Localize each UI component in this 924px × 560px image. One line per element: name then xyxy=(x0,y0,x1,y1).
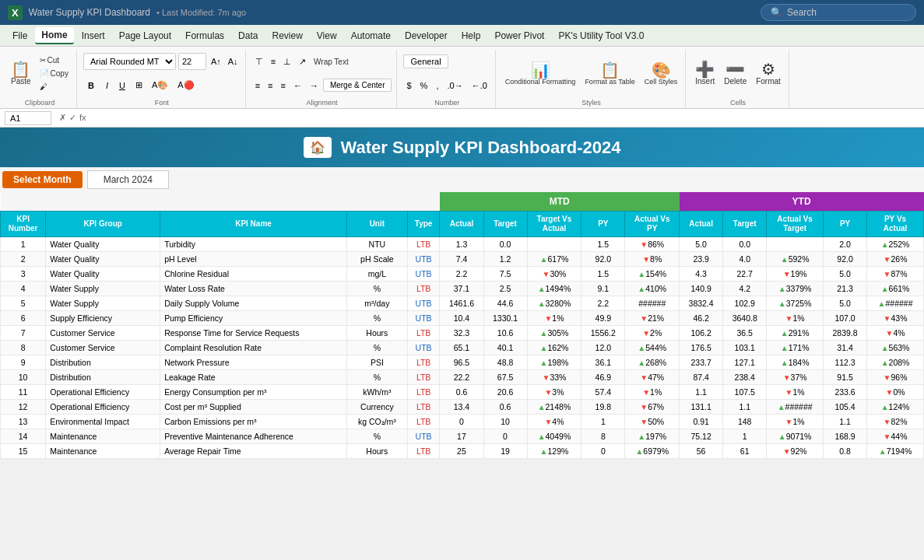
table-row: 12 Operational Efficiency Cost per m³ Su… xyxy=(1,400,924,415)
cell-kpi-name: Network Pressure xyxy=(160,355,347,370)
cell-kpi-number: 1 xyxy=(1,237,46,252)
col-kpi-number: KPINumber xyxy=(1,212,46,237)
cell-mtd-py: 19.8 xyxy=(581,400,625,415)
cell-ytd-py: 107.0 xyxy=(824,311,867,326)
currency-button[interactable]: $ xyxy=(403,79,414,92)
cell-mtd-actual: 7.4 xyxy=(440,252,483,267)
table-row: 3 Water Quality Chlorine Residual mg/L U… xyxy=(1,267,924,282)
menu-pk-utility[interactable]: PK's Utility Tool V3.0 xyxy=(552,28,650,44)
decrease-decimal-button[interactable]: ←.0 xyxy=(469,79,490,92)
cell-ytd-avst: ▼1% xyxy=(767,311,824,326)
menu-automate[interactable]: Automate xyxy=(345,28,397,44)
cell-kpi-number: 3 xyxy=(1,267,46,282)
align-top-button[interactable]: ⊤ xyxy=(252,55,266,68)
cancel-formula-button[interactable]: ✗ xyxy=(59,113,66,123)
comma-button[interactable]: , xyxy=(433,79,441,92)
menu-page-layout[interactable]: Page Layout xyxy=(113,28,177,44)
indent-increase-button[interactable]: → xyxy=(307,79,321,92)
wrap-text-button[interactable]: Wrap Text xyxy=(311,56,352,68)
font-name-selector[interactable]: Arial Rounded MT xyxy=(83,53,176,70)
cell-reference-input[interactable] xyxy=(5,111,51,125)
menu-developer[interactable]: Developer xyxy=(399,28,454,44)
italic-button[interactable]: I xyxy=(102,79,112,92)
insert-function-button[interactable]: fx xyxy=(79,113,86,123)
menu-formulas[interactable]: Formulas xyxy=(179,28,230,44)
align-middle-button[interactable]: ≡ xyxy=(268,55,279,68)
orientation-button[interactable]: ↗ xyxy=(296,55,309,68)
cell-mtd-tvsa: ▼1% xyxy=(527,311,581,326)
decrease-font-button[interactable]: A↓ xyxy=(226,56,241,67)
cell-ytd-actual: 131.1 xyxy=(680,400,723,415)
font-color-button[interactable]: A🔴 xyxy=(174,79,197,92)
menu-file[interactable]: File xyxy=(6,28,33,44)
menu-data[interactable]: Data xyxy=(232,28,264,44)
fill-color-button[interactable]: A🎨 xyxy=(149,79,171,92)
menu-review[interactable]: Review xyxy=(265,28,308,44)
arrow-up-icon: ▲ xyxy=(781,359,789,367)
menu-insert[interactable]: Insert xyxy=(76,28,111,44)
cell-ytd-py: 233.6 xyxy=(824,385,867,400)
menu-help[interactable]: Help xyxy=(455,28,487,44)
menu-power-pivot[interactable]: Power Pivot xyxy=(488,28,550,44)
cell-mtd-tvsa: ▼4% xyxy=(527,415,581,429)
underline-button[interactable]: U xyxy=(115,79,129,92)
arrow-down-icon: ▼ xyxy=(640,240,648,249)
percent-button[interactable]: % xyxy=(417,79,431,92)
cell-mtd-target: 40.1 xyxy=(483,341,527,355)
increase-decimal-button[interactable]: .0→ xyxy=(444,79,466,92)
cell-ytd-actual: 176.5 xyxy=(680,341,723,355)
cell-mtd-py: 36.1 xyxy=(581,355,625,370)
arrow-down-icon: ▼ xyxy=(640,418,648,426)
insert-button[interactable]: ➕ Insert xyxy=(692,54,718,94)
font-size-input[interactable] xyxy=(178,53,206,70)
home-icon[interactable]: 🏠 xyxy=(304,137,332,158)
arrow-up-icon: ▲ xyxy=(540,344,548,352)
delete-button[interactable]: ➖ Delete xyxy=(721,54,750,94)
col-mtd-target: Target xyxy=(483,212,527,237)
cell-ytd-actual: 106.2 xyxy=(680,326,723,341)
cell-mtd-target: 10.6 xyxy=(483,326,527,341)
cell-type: LTB xyxy=(407,237,440,252)
format-as-table-button[interactable]: 📋 Format as Table xyxy=(581,54,638,94)
cell-ytd-target: 148 xyxy=(723,415,767,429)
copy-button[interactable]: 📄 Copy xyxy=(37,68,72,79)
cell-styles-button[interactable]: 🎨 Cell Styles xyxy=(641,54,681,94)
align-bottom-button[interactable]: ⊥ xyxy=(280,55,294,68)
format-painter-button[interactable]: 🖌 xyxy=(37,81,72,93)
cell-kpi-number: 13 xyxy=(1,415,46,429)
cell-kpi-group: Water Supply xyxy=(46,296,160,311)
cell-ytd-target: 4.2 xyxy=(723,282,767,296)
cell-mtd-py: 12.0 xyxy=(581,341,625,355)
indent-decrease-button[interactable]: ← xyxy=(290,79,305,92)
cell-mtd-avspy: ▼1% xyxy=(625,385,680,400)
menu-view[interactable]: View xyxy=(311,28,343,44)
number-group: General $ % , .0→ ←.0 Number xyxy=(399,50,495,108)
select-month-button[interactable]: Select Month xyxy=(2,171,83,188)
align-center-button[interactable]: ≡ xyxy=(265,79,276,92)
arrow-up-icon: ▲ xyxy=(778,403,785,411)
cell-kpi-group: Operational Efficiency xyxy=(46,385,160,400)
dashboard-title-text: Water Supply KPI Dashboard-2024 xyxy=(341,138,621,158)
merge-center-button[interactable]: Merge & Center xyxy=(323,79,392,92)
cell-mtd-avspy: ▲154% xyxy=(625,267,680,282)
formula-input[interactable] xyxy=(94,114,919,123)
align-left-button[interactable]: ≡ xyxy=(252,79,263,92)
paste-button[interactable]: 📋 Paste xyxy=(8,54,34,94)
format-button[interactable]: ⚙ Format xyxy=(753,54,784,94)
confirm-formula-button[interactable]: ✓ xyxy=(69,113,76,123)
cell-ytd-target: 0.0 xyxy=(723,237,767,252)
bold-button[interactable]: B xyxy=(83,79,99,93)
align-right-button[interactable]: ≡ xyxy=(277,79,288,92)
search-box[interactable]: 🔍 Search xyxy=(761,4,916,21)
number-format-selector[interactable]: General xyxy=(403,54,448,68)
borders-button[interactable]: ⊞ xyxy=(132,79,146,92)
cut-button[interactable]: ✂ Cut xyxy=(37,54,72,66)
cell-type: LTB xyxy=(407,444,440,459)
cell-type: UTB xyxy=(407,252,440,267)
cell-kpi-group: Environmental Impact xyxy=(46,415,160,429)
conditional-formatting-button[interactable]: 📊 Conditional Formatting xyxy=(502,54,579,94)
increase-font-button[interactable]: A↑ xyxy=(209,56,223,67)
cell-kpi-number: 2 xyxy=(1,252,46,267)
menu-home[interactable]: Home xyxy=(35,27,73,44)
arrow-down-icon: ▼ xyxy=(544,388,552,397)
